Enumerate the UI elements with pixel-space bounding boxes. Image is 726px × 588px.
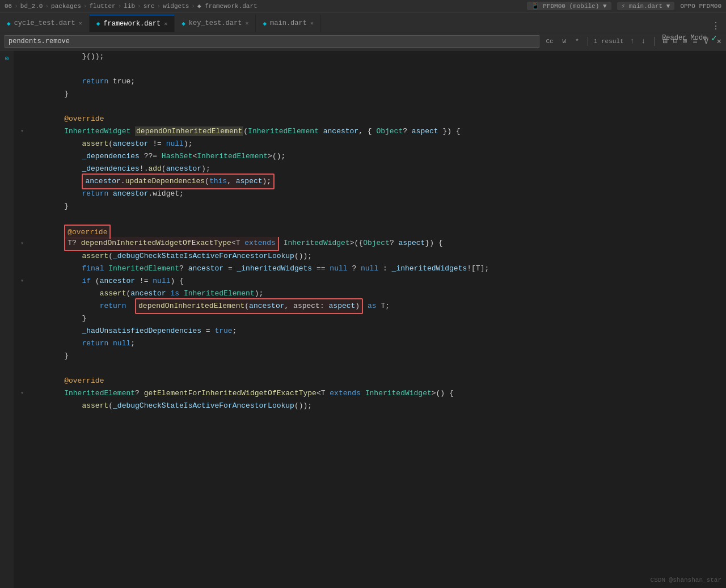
close-icon[interactable]: ✕ (164, 20, 167, 27)
reader-mode-check-icon: ✓ (711, 32, 717, 44)
left-sidebar: ⊙ (0, 50, 14, 588)
code-line (18, 362, 726, 375)
fold-arrow[interactable]: ▾ (20, 125, 24, 138)
file-selector[interactable]: ⚡ main.dart ▼ (617, 2, 675, 10)
tab-overflow-menu[interactable]: ⋮ (706, 20, 726, 32)
close-icon[interactable]: ✕ (245, 20, 248, 27)
fold-arrow-3[interactable]: ▾ (20, 275, 24, 287)
prev-result-button[interactable]: ↑ (627, 36, 638, 46)
code-line: return true; (18, 75, 726, 88)
editor-area: ⊙ }()); return true; } (0, 50, 726, 588)
tab-main[interactable]: ◆ main.dart ✕ (256, 15, 320, 32)
code-line-boxed-end: ▾ T? dependOnInheritedWidgetOfExactType<… (18, 238, 726, 250)
code-line: assert(_debugCheckStateIsActiveForAncest… (18, 400, 726, 412)
dart-icon: ◆ (263, 20, 267, 27)
watermark: CSDN @shanshan_star (651, 577, 721, 583)
breadcrumb-item[interactable]: widgets (163, 3, 189, 10)
code-line: @override (18, 375, 726, 387)
breadcrumb-item[interactable]: 06 (5, 3, 12, 10)
breadcrumb-item[interactable]: src (143, 3, 155, 10)
reader-mode-bar: Reader Mode ✓ (662, 32, 717, 44)
tab-label: cycle_test.dart (14, 19, 75, 27)
code-line: final InheritedElement? ancestor = _inhe… (18, 263, 726, 275)
search-query: pendents.remove (9, 37, 535, 45)
divider (588, 37, 588, 46)
search-bar: pendents.remove Cc W * 1 result ↑ ↓ ⊞ ⊟ … (0, 32, 726, 50)
code-line: @override (18, 113, 726, 125)
breadcrumb-item-dart[interactable]: ◆ framework.dart (197, 2, 258, 10)
tab-label: framework.dart (103, 20, 161, 28)
fold-arrow-4[interactable]: ▾ (20, 387, 24, 400)
code-line: assert(_debugCheckStateIsActiveForAncest… (18, 250, 726, 263)
device-name: OPPO PFDM00 (676, 3, 721, 10)
reader-mode-button[interactable]: Reader Mode (662, 34, 707, 42)
code-line: assert(ancestor != null); (18, 138, 726, 150)
breadcrumb-item[interactable]: bd_2.0 (20, 3, 43, 10)
code-line: } (18, 88, 726, 100)
code-line (18, 63, 726, 75)
tab-key-test[interactable]: ◆ key_test.dart ✕ (175, 15, 256, 32)
divider2 (654, 37, 655, 46)
code-line: }()); (18, 50, 726, 63)
code-line: ▾ InheritedElement? getElementForInherit… (18, 387, 726, 400)
tab-framework[interactable]: ◆ framework.dart ✕ (90, 15, 175, 32)
breadcrumb-item[interactable]: lib (124, 3, 135, 10)
code-line: ▾ InheritedWidget dependOnInheritedEleme… (18, 125, 726, 138)
red-box-3: dependOnInheritedElement(ancestor, aspec… (135, 298, 363, 314)
code-line: return null; (18, 337, 726, 350)
code-line: _hadUnsatisfiedDependencies = true; (18, 325, 726, 337)
close-icon[interactable]: ✕ (310, 20, 314, 27)
tab-label: key_test.dart (189, 19, 242, 27)
breadcrumb-bar: 06 › bd_2.0 › packages › flutter › lib ›… (0, 0, 726, 12)
tab-bar: ◆ cycle_test.dart ✕ ◆ framework.dart ✕ ◆… (0, 12, 726, 32)
device-selector[interactable]: 📱 PFDM00 (mobile) ▼ (527, 2, 611, 10)
dart-icon: ◆ (96, 20, 100, 27)
close-icon[interactable]: ✕ (79, 20, 82, 27)
breadcrumb-item[interactable]: packages (51, 3, 81, 10)
code-content[interactable]: }()); return true; } (14, 50, 726, 588)
code-line-boxed-3: return dependOnInheritedElement(ancestor… (18, 300, 726, 312)
red-box-2-bottom: T? dependOnInheritedWidgetOfExactType<T … (64, 237, 279, 251)
search-result-count: 1 result (594, 38, 624, 45)
search-input[interactable]: pendents.remove (5, 35, 539, 48)
code-line: return ancestor.widget; (18, 188, 726, 200)
regex-button[interactable]: * (572, 36, 582, 46)
dart-icon: ◆ (7, 20, 11, 27)
close-search-button[interactable]: ✕ (717, 36, 721, 46)
tab-cycle-test[interactable]: ◆ cycle_test.dart ✕ (0, 15, 90, 32)
breadcrumb-item[interactable]: flutter (89, 3, 115, 10)
dart-icon: ◆ (182, 20, 185, 27)
code-line-boxed-start: @override (18, 225, 726, 238)
case-sensitive-button[interactable]: Cc (543, 36, 556, 46)
tab-label: main.dart (270, 19, 307, 27)
fold-arrow-2[interactable]: ▾ (20, 238, 24, 250)
next-result-button[interactable]: ↓ (638, 36, 648, 46)
code-line: _dependencies ??= HashSet<InheritedEleme… (18, 150, 726, 163)
code-line-boxed-1: ancestor.updateDependencies(this, aspect… (18, 175, 726, 188)
code-line (18, 100, 726, 113)
search-navigation: ↑ ↓ (627, 36, 649, 46)
whole-word-button[interactable]: W (560, 36, 569, 46)
code-line: ▾ if (ancestor != null) { (18, 275, 726, 287)
red-box-1: ancestor.updateDependencies(this, aspect… (82, 174, 275, 189)
code-line: } (18, 200, 726, 213)
code-line: } (18, 312, 726, 325)
code-line (18, 213, 726, 225)
code-line: } (18, 350, 726, 362)
search-sidebar-icon[interactable]: ⊙ (3, 53, 10, 65)
